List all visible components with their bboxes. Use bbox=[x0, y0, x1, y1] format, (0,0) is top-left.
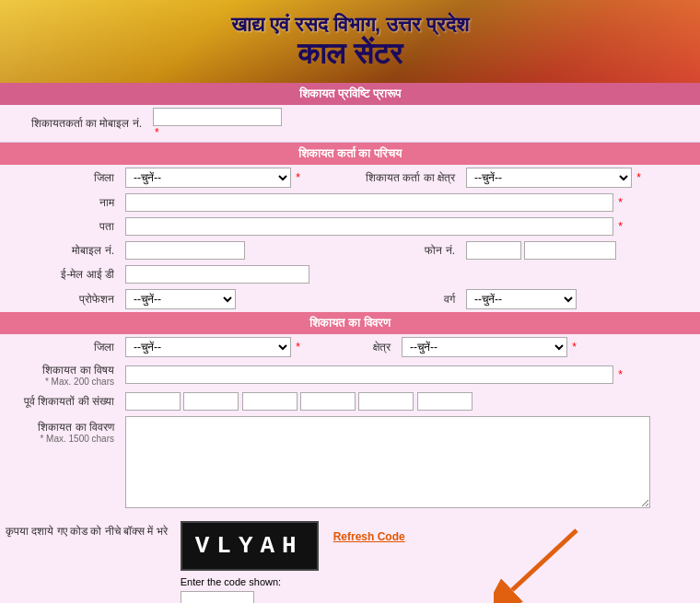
orange-arrow-icon bbox=[494, 521, 586, 603]
area-select[interactable]: --चुनें-- bbox=[402, 337, 567, 357]
header-line1: खाद्य एवं रसद विभाग, उत्तर प्रदेश bbox=[231, 13, 470, 37]
prev-complaint3-input[interactable] bbox=[242, 392, 298, 411]
mobile-required-star: * bbox=[155, 126, 159, 139]
prev-complaint4-input[interactable] bbox=[300, 392, 356, 411]
email-label: ई-मेल आई डी bbox=[0, 262, 120, 286]
mobile-label: शिकायतकर्ता का मोबाइल नं. bbox=[0, 105, 147, 143]
mobile2-label: मोबाइल नं. bbox=[0, 238, 120, 262]
prev-complaint5-input[interactable] bbox=[358, 392, 414, 411]
complaint-desc-label: शिकायत का विवरण bbox=[6, 421, 114, 434]
district-label: जिला bbox=[0, 165, 120, 191]
name-input[interactable] bbox=[125, 193, 613, 212]
mobile-input[interactable] bbox=[153, 108, 282, 126]
captcha-input[interactable] bbox=[181, 591, 254, 603]
complaint-subject-label: शिकायत का विषय bbox=[6, 364, 114, 377]
complaint-details-header: शिकायत का विवरण bbox=[0, 312, 700, 334]
complainant-area-select[interactable]: --चुनें-- bbox=[466, 168, 632, 188]
page-title: शिकायत प्रविष्टि प्रारूप bbox=[299, 87, 400, 100]
svg-line-1 bbox=[512, 530, 577, 590]
header-line2: काल सेंटर bbox=[231, 37, 470, 71]
district2-select[interactable]: --चुनें-- bbox=[125, 337, 291, 357]
captcha-label: कृपया दशाये गए कोड को नीचे बॉक्स में भरे bbox=[6, 523, 168, 539]
complainant-identity-header: शिकायत कर्ता का परिचय bbox=[0, 143, 700, 165]
prev-complaints-label: पूर्व शिकायतों की संख्या bbox=[0, 389, 120, 413]
complaint-desc-textarea[interactable] bbox=[125, 416, 650, 508]
category-select[interactable]: --चुनें-- bbox=[466, 289, 577, 309]
header-title: खाद्य एवं रसद विभाग, उत्तर प्रदेश काल से… bbox=[231, 13, 470, 71]
subject-max-label: * Max. 200 chars bbox=[6, 377, 114, 387]
category-label: वर्ग bbox=[322, 286, 461, 312]
phone-input2[interactable] bbox=[524, 241, 616, 260]
address-input[interactable] bbox=[125, 217, 613, 236]
address-label: पता bbox=[0, 215, 120, 238]
page-title-bar: शिकायत प्रविष्टि प्रारूप bbox=[0, 83, 700, 105]
mobile2-input[interactable] bbox=[125, 241, 245, 260]
phone-label: फोन नं. bbox=[322, 238, 461, 262]
header-banner: खाद्य एवं रसद विभाग, उत्तर प्रदेश काल से… bbox=[0, 0, 700, 83]
complainant-area-label: शिकायत कर्ता का क्षेत्र bbox=[322, 165, 461, 191]
district2-label: जिला bbox=[0, 334, 120, 360]
enter-code-label: Enter the code shown: bbox=[181, 576, 281, 587]
desc-max-label: * Max. 1500 chars bbox=[6, 434, 114, 444]
prev-complaint2-input[interactable] bbox=[183, 392, 239, 411]
prev-complaint6-input[interactable] bbox=[417, 392, 472, 411]
refresh-code-link[interactable]: Refresh Code bbox=[333, 530, 405, 543]
captcha-image: VLYAH bbox=[181, 521, 319, 571]
profession-select[interactable]: --चुनें-- bbox=[125, 289, 236, 309]
prev-complaint1-input[interactable] bbox=[125, 392, 181, 411]
area-label: क्षेत्र bbox=[322, 334, 396, 360]
district-select[interactable]: --चुनें-- bbox=[125, 168, 291, 188]
name-label: नाम bbox=[0, 191, 120, 215]
phone-input1[interactable] bbox=[466, 241, 521, 260]
complaint-subject-input[interactable] bbox=[125, 365, 613, 384]
profession-label: प्रोफेशन bbox=[0, 286, 120, 312]
email-input[interactable] bbox=[125, 265, 309, 284]
